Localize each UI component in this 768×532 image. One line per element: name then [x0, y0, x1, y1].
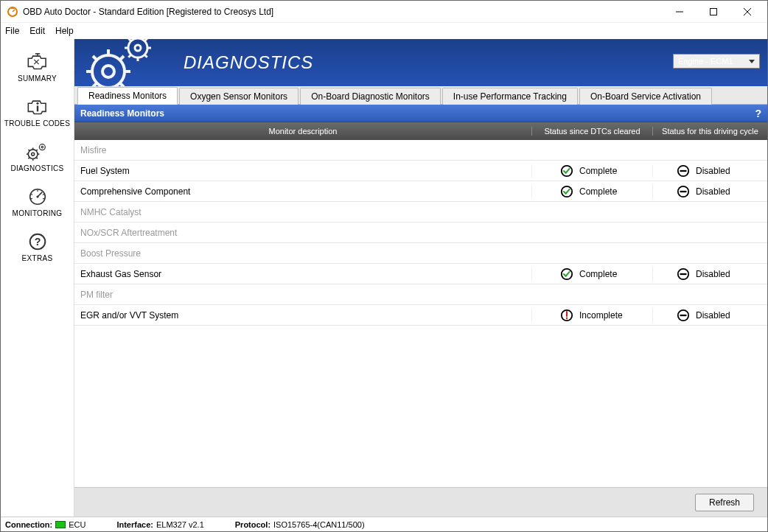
svg-line-49	[144, 55, 147, 57]
gauge-icon	[24, 186, 52, 208]
sidebar-label: EXTRAS	[22, 254, 53, 262]
cell-status1: Incomplete	[531, 309, 652, 322]
cell-status2: Disabled	[652, 164, 767, 178]
trouble-icon	[24, 96, 52, 118]
svg-point-64	[566, 317, 568, 319]
table-row: Comprehensive Component Complete Disable…	[74, 181, 767, 202]
app-icon	[7, 6, 18, 18]
cell-desc: NMHC Catalyst	[74, 207, 531, 217]
svg-point-43	[128, 39, 147, 57]
svg-rect-1	[11, 7, 14, 9]
menu-file[interactable]: File	[5, 26, 19, 36]
svg-line-41	[120, 56, 124, 60]
maximize-button[interactable]	[697, 1, 730, 23]
close-button[interactable]	[730, 1, 764, 23]
table-row: Misfire	[74, 140, 767, 161]
cell-desc: NOx/SCR Aftertreatment	[74, 228, 531, 238]
section-header: Readiness Monitors ?	[74, 105, 767, 122]
svg-point-9	[36, 102, 38, 105]
svg-line-18	[28, 158, 29, 159]
svg-line-50	[128, 55, 131, 57]
sidebar-item-trouble-codes[interactable]: TROUBLE CODES	[1, 88, 74, 133]
status-label: Protocol:	[235, 520, 270, 529]
ecu-status-icon	[55, 521, 66, 528]
help-button[interactable]: ?	[755, 108, 761, 119]
menu-bar: File Edit Help	[1, 23, 767, 39]
status-text: Disabled	[696, 166, 730, 176]
close-icon	[744, 8, 751, 15]
svg-line-20	[28, 150, 29, 151]
sidebar-item-extras[interactable]: ? EXTRAS	[1, 223, 74, 268]
svg-line-51	[144, 39, 147, 41]
sidebar-label: DIAGNOSTICS	[10, 164, 63, 172]
svg-point-34	[102, 66, 114, 77]
sidebar: SUMMARY TROUBLE CODES	[1, 39, 74, 517]
svg-line-40	[93, 83, 97, 86]
refresh-button[interactable]: Refresh	[695, 494, 754, 511]
svg-line-27	[31, 194, 32, 195]
extras-icon: ?	[24, 231, 52, 253]
check-icon	[560, 164, 573, 178]
ecu-selected-value: Engine - ECM1	[678, 57, 733, 66]
sidebar-item-diagnostics[interactable]: DIAGNOSTICS	[1, 133, 74, 178]
sidebar-item-summary[interactable]: SUMMARY	[1, 43, 74, 88]
cell-desc: EGR and/or VVT System	[74, 310, 531, 321]
disabled-icon	[677, 185, 690, 198]
status-protocol: Protocol: ISO15765-4(CAN11/500)	[235, 520, 365, 529]
status-text: Complete	[579, 166, 617, 176]
svg-line-52	[128, 39, 131, 41]
svg-point-12	[31, 153, 34, 155]
table-row: Boost Pressure	[74, 243, 767, 264]
status-interface: Interface: ELM327 v2.1	[116, 520, 203, 529]
sidebar-label: MONITORING	[13, 209, 63, 217]
cell-desc: Misfire	[74, 145, 531, 155]
tab-oxygen[interactable]: Oxygen Sensor Monitors	[179, 88, 299, 105]
table-body: Misfire Fuel System Complete Disabled Co…	[74, 140, 767, 487]
menu-help[interactable]: Help	[55, 26, 74, 36]
status-text: Disabled	[696, 310, 730, 321]
status-text: Complete	[579, 186, 617, 197]
tab-readiness[interactable]: Readiness Monitors	[77, 87, 178, 105]
menu-edit[interactable]: Edit	[29, 26, 45, 36]
cell-desc: Exhaust Gas Sensor	[74, 269, 531, 279]
banner-gears-icon	[77, 39, 173, 86]
disabled-icon	[677, 309, 690, 322]
col-status-cleared: Status since DTCs cleared	[531, 127, 652, 136]
status-label: Connection:	[5, 520, 52, 529]
status-text: Incomplete	[579, 310, 623, 321]
check-icon	[560, 185, 573, 198]
svg-line-42	[93, 56, 97, 60]
svg-line-30	[43, 198, 44, 199]
status-value: ELM327 v2.1	[156, 520, 204, 529]
status-label: Interface:	[116, 520, 153, 529]
disabled-icon	[677, 267, 690, 281]
minimize-button[interactable]	[663, 1, 697, 23]
col-description: Monitor description	[74, 127, 531, 136]
table-row: Fuel System Complete Disabled	[74, 161, 767, 181]
svg-rect-10	[36, 105, 38, 111]
minimize-icon	[676, 8, 683, 15]
status-text: Disabled	[696, 269, 730, 279]
content-area: DIAGNOSTICS Engine - ECM1 Readiness Moni…	[74, 39, 767, 517]
section-title: Readiness Monitors	[80, 108, 164, 119]
table-row: Exhaust Gas Sensor Complete Disabled	[74, 264, 767, 284]
status-connection: Connection: ECU	[5, 520, 85, 529]
svg-rect-4	[711, 8, 717, 15]
table-row: NOx/SCR Aftertreatment	[74, 223, 767, 243]
gears-icon	[24, 141, 52, 163]
ecu-select[interactable]: Engine - ECM1	[673, 54, 760, 69]
svg-line-29	[30, 198, 32, 199]
tab-onboard[interactable]: On-Board Diagnostic Monitors	[300, 88, 441, 105]
tab-service[interactable]: On-Board Service Activation	[579, 88, 712, 105]
table-row: EGR and/or VVT System Incomplete Disable…	[74, 305, 767, 326]
alert-icon	[560, 309, 573, 322]
cell-desc: Fuel System	[74, 166, 531, 176]
status-bar: Connection: ECU Interface: ELM327 v2.1 P…	[1, 517, 767, 531]
svg-line-28	[43, 194, 44, 195]
cell-desc: Boost Pressure	[74, 248, 531, 259]
sidebar-item-monitoring[interactable]: MONITORING	[1, 178, 74, 223]
tab-inuse[interactable]: In-use Performance Tracking	[442, 88, 578, 105]
svg-line-25	[38, 192, 42, 197]
svg-line-17	[36, 158, 38, 159]
table-header: Monitor description Status since DTCs cl…	[74, 122, 767, 140]
